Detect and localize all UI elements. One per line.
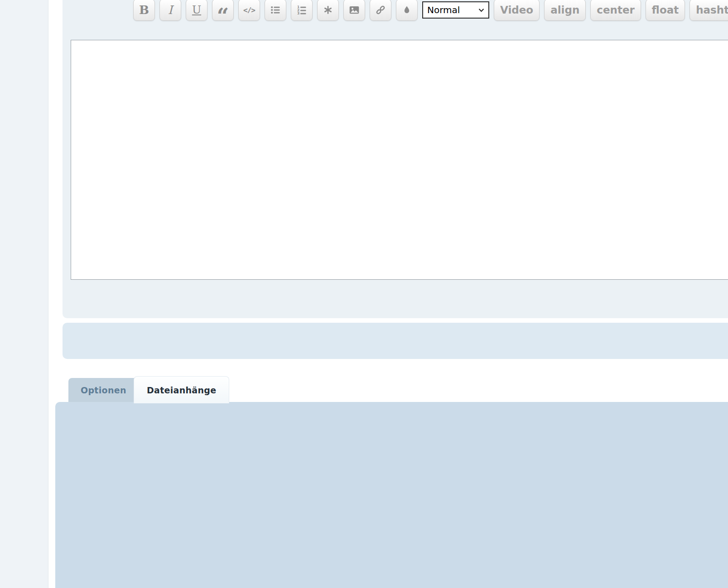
- unordered-list-icon: [270, 5, 281, 15]
- link-button[interactable]: [370, 0, 391, 21]
- format-select[interactable]: Normal: [422, 1, 489, 19]
- italic-icon: I: [168, 0, 173, 21]
- post-editor-page: B I U “ </> 1: [0, 0, 728, 588]
- underline-button[interactable]: U: [186, 0, 207, 21]
- float-button[interactable]: float: [646, 0, 685, 21]
- bold-button[interactable]: B: [133, 0, 155, 21]
- hashtag-button[interactable]: hashtag: [689, 0, 728, 21]
- image-icon: [348, 4, 360, 16]
- color-button[interactable]: [396, 0, 418, 21]
- underline-icon: U: [192, 0, 201, 21]
- video-button[interactable]: Video: [494, 0, 540, 21]
- align-button[interactable]: align: [544, 0, 586, 21]
- asterisk-icon: [323, 5, 333, 15]
- formatting-toolbar: B I U “ </> 1: [133, 0, 728, 21]
- code-button[interactable]: </>: [238, 0, 260, 21]
- asterisk-button[interactable]: [317, 0, 339, 21]
- color-droplet-icon: [402, 5, 412, 15]
- chevron-down-icon: [478, 8, 484, 12]
- format-select-value: Normal: [427, 5, 460, 15]
- submit-bar: Entwurf speichern Vorschau Absenden: [63, 323, 728, 359]
- italic-button[interactable]: I: [159, 0, 181, 21]
- tab-options[interactable]: Optionen: [68, 378, 139, 402]
- code-icon: </>: [243, 6, 255, 14]
- ordered-list-button[interactable]: 1 2 3: [291, 0, 313, 21]
- attachments-panel: Wenn du eine Datei oder mehrere Dateien …: [55, 402, 728, 588]
- center-button[interactable]: center: [590, 0, 641, 21]
- link-icon: [375, 4, 386, 16]
- left-gutter: [0, 0, 48, 588]
- quote-icon: “: [217, 5, 229, 27]
- quote-button[interactable]: “: [212, 0, 234, 21]
- tab-attachments[interactable]: Dateianhänge: [134, 376, 229, 403]
- bold-icon: B: [139, 0, 149, 21]
- image-button[interactable]: [343, 0, 365, 21]
- unordered-list-button[interactable]: [265, 0, 286, 21]
- svg-text:3: 3: [297, 11, 299, 15]
- message-body-textarea[interactable]: [71, 40, 728, 280]
- ordered-list-icon: 1 2 3: [296, 5, 307, 15]
